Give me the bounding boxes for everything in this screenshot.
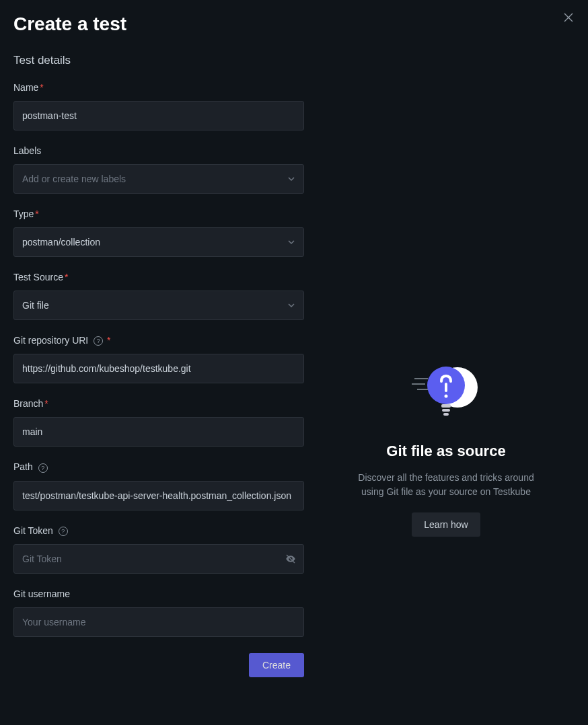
name-input[interactable] <box>13 101 304 130</box>
help-icon[interactable]: ? <box>94 336 103 346</box>
svg-rect-11 <box>442 409 450 412</box>
content-wrapper: Name* Labels Add or create new labels Ty… <box>13 82 575 677</box>
form-column: Name* Labels Add or create new labels Ty… <box>13 82 304 677</box>
name-group: Name* <box>13 82 304 130</box>
labels-label: Labels <box>13 145 304 156</box>
close-button[interactable] <box>564 12 573 24</box>
branch-label: Branch* <box>13 398 304 409</box>
path-label: Path ? <box>13 461 304 472</box>
test-source-label: Test Source* <box>13 272 304 282</box>
chevron-down-icon <box>287 175 295 183</box>
learn-how-button[interactable]: Learn how <box>412 512 480 537</box>
git-username-label: Git username <box>13 588 304 599</box>
modal-title: Create a test <box>13 13 575 35</box>
required-mark: * <box>107 335 110 346</box>
required-mark: * <box>65 272 68 282</box>
test-source-group: Test Source* Git file <box>13 272 304 320</box>
type-label: Type* <box>13 208 304 219</box>
branch-input[interactable] <box>13 417 304 447</box>
labels-select[interactable]: Add or create new labels <box>13 164 304 194</box>
chevron-down-icon <box>287 238 295 246</box>
required-mark: * <box>44 398 48 409</box>
test-source-select[interactable]: Git file <box>13 291 304 320</box>
help-icon[interactable]: ? <box>38 463 48 473</box>
create-button[interactable]: Create <box>249 653 304 677</box>
required-mark: * <box>35 208 38 219</box>
name-label: Name* <box>13 82 304 93</box>
create-test-modal: Create a test Test details Name* Labels … <box>0 0 588 725</box>
info-description: Discover all the features and tricks aro… <box>352 471 540 499</box>
git-token-input[interactable] <box>13 544 304 574</box>
path-input[interactable] <box>13 481 304 510</box>
git-uri-group: Git repository URI ? * <box>13 335 304 383</box>
git-token-wrapper <box>13 544 304 574</box>
path-group: Path ? <box>13 461 304 510</box>
svg-rect-12 <box>443 413 449 416</box>
svg-point-9 <box>445 394 448 397</box>
lightbulb-illustration <box>409 357 483 424</box>
required-mark: * <box>40 82 43 93</box>
close-icon <box>564 13 573 22</box>
git-uri-input[interactable] <box>13 354 304 383</box>
git-token-group: Git Token ? <box>13 525 304 574</box>
eye-off-icon[interactable] <box>285 554 296 564</box>
git-username-input[interactable] <box>13 607 304 637</box>
type-group: Type* postman/collection <box>13 208 304 257</box>
chevron-down-icon <box>287 301 295 309</box>
git-username-group: Git username <box>13 588 304 637</box>
git-token-label: Git Token ? <box>13 525 304 536</box>
git-uri-label: Git repository URI ? * <box>13 335 304 346</box>
svg-rect-10 <box>441 404 451 408</box>
type-select[interactable]: postman/collection <box>13 227 304 257</box>
info-column: Git file as source Discover all the feat… <box>318 82 575 677</box>
section-title: Test details <box>13 54 575 67</box>
help-icon[interactable]: ? <box>59 527 68 536</box>
labels-group: Labels Add or create new labels <box>13 145 304 194</box>
branch-group: Branch* <box>13 398 304 447</box>
form-actions: Create <box>13 653 304 677</box>
info-title: Git file as source <box>386 443 505 460</box>
